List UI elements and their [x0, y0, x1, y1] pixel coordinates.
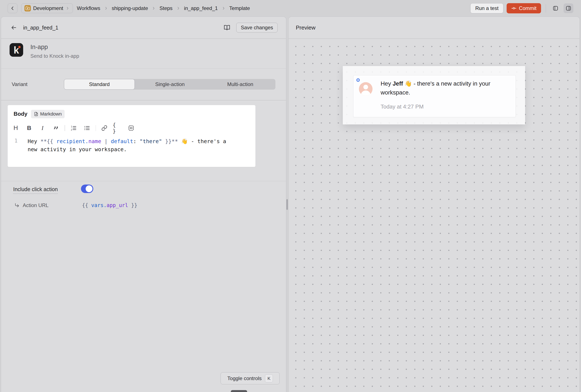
app-window: Development Workflows shipping-update St… — [0, 0, 581, 392]
action-url-label: Action URL — [23, 202, 69, 208]
include-click-action-label: Include click action — [13, 186, 58, 194]
docs-button[interactable] — [222, 23, 232, 32]
italic-button[interactable]: I — [38, 123, 48, 133]
toggle-left-panel-button[interactable] — [550, 3, 560, 13]
git-commit-icon — [511, 5, 516, 11]
breadcrumb-trail: Workflows shipping-update Steps in_app_f… — [77, 5, 250, 11]
include-click-action-toggle[interactable] — [81, 185, 93, 193]
commit-button-label: Commit — [519, 5, 536, 11]
back-button[interactable] — [8, 3, 18, 13]
chevron-right-icon — [66, 6, 70, 10]
editor-toolbar: H B I ” 12 { } — [8, 123, 256, 133]
body-label: Body — [14, 111, 28, 117]
variant-row: Variant Standard Single-action Multi-act… — [1, 69, 286, 100]
preview-title: Preview — [296, 24, 315, 31]
format-badge-label: Markdown — [40, 111, 62, 117]
step-name-title: in_app_feed_1 — [23, 25, 58, 31]
channel-info: k In-app Send to Knock in-app — [1, 39, 286, 68]
feed-preview-container: Hey Jeff 👋 - there's a new activity in y… — [343, 66, 525, 124]
bottom-indicator[interactable] — [231, 390, 247, 392]
notification-card[interactable]: Hey Jeff 👋 - there's a new activity in y… — [353, 75, 516, 117]
corner-down-right-icon — [14, 203, 20, 208]
panel-resize-handle[interactable] — [286, 199, 288, 210]
toolbar-divider — [96, 125, 96, 131]
notification-greeting: Hey — [380, 80, 393, 87]
book-open-icon — [224, 24, 230, 31]
notification-recipient-name: Jeff — [393, 80, 403, 87]
variant-option-multi-action[interactable]: Multi-action — [205, 79, 276, 90]
variant-segmented-control: Standard Single-action Multi-action — [64, 79, 276, 90]
heading-button[interactable]: H — [11, 123, 21, 133]
action-url-row: Action URL {{ vars.app_url }} — [14, 202, 137, 208]
environment-label: Development — [33, 5, 63, 11]
svg-text:1: 1 — [71, 125, 72, 128]
format-badge[interactable]: Markdown — [31, 110, 64, 118]
bold-button[interactable]: B — [24, 123, 34, 133]
breadcrumb: Development Workflows shipping-update St… — [8, 3, 250, 13]
save-changes-button[interactable]: Save changes — [236, 23, 278, 32]
breadcrumb-step-name[interactable]: in_app_feed_1 — [184, 5, 218, 11]
breadcrumb-template[interactable]: Template — [229, 5, 250, 11]
body-template-code[interactable]: Hey **{{ recipient.name | default: "ther… — [28, 137, 238, 154]
link-button[interactable] — [99, 123, 110, 133]
blockquote-button[interactable]: ” — [51, 123, 61, 133]
chevron-left-icon — [10, 6, 15, 11]
knock-logo-letter: k — [14, 44, 19, 56]
top-bar-actions: Run a test Commit — [470, 3, 573, 13]
channel-description: Send to Knock in-app — [30, 53, 79, 59]
environment-folder-icon — [24, 5, 31, 11]
avatar — [359, 82, 372, 96]
variable-braces-button[interactable]: { } — [113, 123, 123, 133]
variant-label: Variant — [12, 81, 28, 87]
variant-option-standard[interactable]: Standard — [64, 79, 135, 90]
preview-panel: Preview Hey Jeff 👋 - there's a new activ… — [288, 16, 580, 392]
chevron-right-icon — [222, 6, 226, 10]
toggle-right-panel-button[interactable] — [564, 3, 573, 13]
environment-selector[interactable]: Development — [21, 3, 73, 13]
file-down-icon — [34, 112, 38, 116]
unread-indicator — [356, 78, 360, 82]
arrow-left-icon — [11, 25, 17, 30]
breadcrumb-steps[interactable]: Steps — [160, 5, 172, 11]
run-a-test-button[interactable]: Run a test — [470, 3, 503, 13]
chevron-right-icon — [104, 6, 108, 10]
ordered-list-button[interactable]: 12 — [68, 123, 79, 133]
code-block-button[interactable] — [126, 123, 136, 133]
preview-header: Preview — [288, 17, 580, 38]
panel-left-icon — [552, 5, 558, 11]
line-number: 1 — [14, 137, 21, 154]
editor-header: in_app_feed_1 Save changes — [1, 17, 286, 38]
body-section: Body Markdown H B I ” 12 — [1, 100, 286, 167]
panel-right-icon — [566, 5, 572, 11]
back-to-step-button[interactable] — [10, 23, 18, 32]
variant-option-single-action[interactable]: Single-action — [135, 79, 205, 90]
toolbar-divider — [64, 125, 65, 131]
action-url-value[interactable]: {{ vars.app_url }} — [82, 202, 137, 208]
toggle-controls-button[interactable]: Toggle controls K — [220, 372, 280, 384]
breadcrumb-workflow-name[interactable]: shipping-update — [112, 5, 148, 11]
code-editor[interactable]: 1 Hey **{{ recipient.name | default: "th… — [8, 137, 256, 154]
bullet-list-button[interactable] — [82, 123, 92, 133]
person-icon — [364, 85, 368, 89]
chevron-right-icon — [152, 6, 156, 10]
top-bar: Development Workflows shipping-update St… — [0, 0, 581, 16]
notification-message: Hey Jeff 👋 - there's a new activity in y… — [380, 79, 508, 97]
toolbar-divider — [546, 4, 546, 12]
body-editor-card: Body Markdown H B I ” 12 — [8, 105, 256, 167]
template-editor-panel: in_app_feed_1 Save changes k In-app Send… — [1, 16, 286, 392]
knock-logo-dot — [18, 46, 20, 48]
knock-logo: k — [10, 43, 23, 57]
keyboard-shortcut-badge: K — [265, 374, 273, 383]
toggle-knob — [86, 185, 92, 192]
svg-text:2: 2 — [71, 128, 72, 131]
click-action-section: Include click action Action URL {{ vars.… — [1, 181, 286, 309]
toggle-controls-label: Toggle controls — [228, 376, 262, 382]
body-card-header: Body Markdown — [8, 105, 256, 118]
preview-canvas: Hey Jeff 👋 - there's a new activity in y… — [288, 39, 580, 392]
channel-name: In-app — [30, 43, 79, 50]
commit-button[interactable]: Commit — [506, 3, 541, 13]
channel-text: In-app Send to Knock in-app — [30, 43, 79, 68]
person-icon-body — [361, 90, 370, 96]
breadcrumb-workflows[interactable]: Workflows — [77, 5, 100, 11]
notification-timestamp: Today at 4:27 PM — [380, 103, 424, 110]
